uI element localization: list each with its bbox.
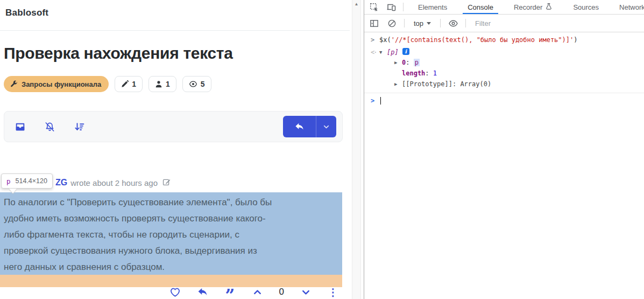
header-divider	[0, 30, 350, 31]
element-inspect-tooltip: p 514.4×120	[1, 173, 53, 189]
wrench-icon	[10, 80, 18, 88]
site-brand[interactable]: Bablosoft	[5, 8, 48, 18]
triangle-collapsed-icon[interactable]: ▶	[394, 57, 402, 68]
tab-recorder[interactable]: Recorder	[504, 0, 563, 14]
stat-value: 1	[166, 80, 170, 88]
page-scrollbar[interactable]: ▲	[352, 0, 361, 299]
stat-views[interactable]: 5	[182, 76, 211, 92]
triangle-collapsed-icon[interactable]: ▶	[394, 79, 402, 89]
chevron-up-icon[interactable]	[252, 286, 264, 298]
vote-count: 0	[279, 287, 284, 297]
category-label: Запросы функционала	[22, 80, 101, 88]
topic-badges: Запросы функционала 1 1 5	[4, 76, 211, 92]
post-line: проверкой существования нужного блока, в…	[4, 243, 342, 259]
console-prototype-row[interactable]: ▶[[Prototype]]: Array(0)	[394, 79, 644, 89]
tab-elements[interactable]: Elements	[408, 0, 457, 14]
console-result: <· ▼ [p] i ▶0: p length: 1 ▶[[Prototype]…	[364, 47, 644, 89]
reply-button[interactable]	[283, 116, 336, 137]
eye-icon	[189, 80, 197, 88]
console-property-row[interactable]: ▶0: p	[394, 57, 644, 68]
console-sidebar-icon[interactable]	[369, 18, 379, 29]
author-link[interactable]: ZG	[55, 178, 67, 187]
like-heart-icon[interactable]	[169, 286, 181, 298]
bell-slash-icon[interactable]	[44, 121, 55, 133]
margin-highlight-strip	[0, 275, 342, 287]
tray-icon[interactable]	[14, 121, 26, 133]
post-line: По аналогии с "Проверить существование э…	[4, 194, 342, 211]
sort-descending-icon[interactable]	[73, 121, 85, 133]
reply-arrow-icon[interactable]	[283, 116, 316, 137]
device-toolbar-icon[interactable]	[386, 2, 397, 12]
post-line: него данных и сравнения с образцом.	[4, 259, 342, 275]
tab-console[interactable]: Console	[457, 0, 504, 14]
caret-down-icon	[427, 22, 431, 25]
stat-value: 1	[132, 80, 136, 88]
edit-icon[interactable]	[162, 177, 171, 188]
live-expression-eye-icon[interactable]	[448, 18, 458, 29]
post-body: По аналогии с "Проверить существование э…	[0, 192, 342, 275]
inspect-element-icon[interactable]	[369, 2, 379, 12]
post-line: удобно иметь возможность проверять сущес…	[4, 211, 342, 227]
category-badge[interactable]: Запросы функционала	[4, 76, 109, 92]
topic-title: Проверка нахождения текста	[4, 44, 233, 62]
prompt-chevron: >	[369, 97, 379, 105]
reply-arrow-icon[interactable]	[197, 286, 209, 298]
stat-value: 5	[201, 80, 205, 88]
tab-sources[interactable]: Sources	[563, 0, 609, 14]
console-property-row: length: 1	[394, 68, 644, 79]
console-messages: > $x('//*[contains(text(), "было бы удоб…	[364, 32, 644, 108]
output-marker: <·	[369, 48, 379, 57]
quote-icon[interactable]: ”	[224, 286, 236, 298]
command-text: $x('//*[contains(text(), "было бы удобно…	[379, 36, 577, 45]
topic-toolbar	[4, 111, 343, 142]
post-line: либо фрагмента текста, чтобы не городить…	[4, 227, 342, 243]
console-prompt[interactable]: >	[364, 93, 644, 108]
context-selector[interactable]: top	[412, 19, 433, 27]
text-cursor	[380, 97, 381, 105]
input-chevron: >	[369, 36, 379, 45]
chevron-down-icon[interactable]	[300, 286, 312, 298]
devtools-tabbar: Elements Console Recorder Sources Networ…	[364, 0, 644, 15]
chevron-down-icon[interactable]	[316, 116, 336, 137]
console-command: > $x('//*[contains(text(), "было бы удоб…	[364, 32, 644, 47]
scroll-up-arrow[interactable]: ▲	[352, 0, 360, 8]
inspected-paragraph-highlight: По аналогии с "Проверить существование э…	[0, 192, 342, 275]
tooltip-tag-name: p	[6, 177, 11, 185]
array-preview[interactable]: [p]	[387, 48, 399, 57]
stat-users[interactable]: 1	[148, 76, 176, 92]
post-actions: ” 0 ⋮	[0, 286, 342, 298]
tooltip-tail	[9, 189, 17, 193]
info-badge-icon[interactable]: i	[402, 48, 409, 55]
more-options-icon[interactable]: ⋮	[327, 286, 339, 298]
devtools-panel: Elements Console Recorder Sources Networ…	[364, 0, 644, 299]
tooltip-dimensions: 514.4×120	[16, 177, 47, 185]
result-preview-row[interactable]: <· ▼ [p] i	[364, 47, 644, 57]
console-toolbar: top	[364, 15, 644, 32]
tab-network[interactable]: Network	[609, 0, 644, 14]
post-author-row: ZG wrote about 2 hours ago	[55, 177, 171, 188]
post-meta: wrote about 2 hours ago	[70, 178, 158, 187]
stat-replies[interactable]: 1	[115, 76, 143, 92]
person-icon	[155, 80, 162, 88]
clear-console-icon[interactable]	[386, 18, 397, 29]
forum-page: Bablosoft Проверка нахождения текста Зап…	[0, 0, 351, 299]
console-filter-input[interactable]	[474, 19, 640, 28]
flask-icon	[545, 3, 553, 12]
triangle-expanded-icon[interactable]: ▼	[379, 48, 387, 57]
pencil-icon	[121, 80, 129, 88]
